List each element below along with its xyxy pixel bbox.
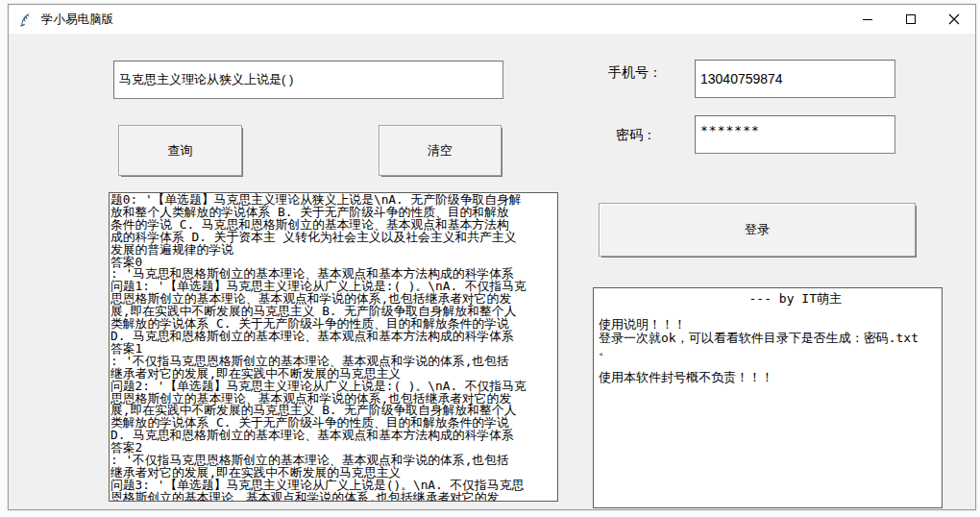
- results-textarea[interactable]: 题0: '【单选题】马克思主义理论从狭义上说是\nA. 无产阶级争取自身解 放和…: [109, 192, 558, 502]
- phone-label: 手机号：: [608, 64, 662, 82]
- client-area: 马克思主义理论从狭义上说是( ) 查询 清空 题0: '【单选题】马克思主义理论…: [9, 35, 975, 509]
- minimize-button[interactable]: [845, 5, 889, 34]
- login-button-label: 登录: [745, 221, 770, 238]
- tk-feather-icon: [19, 12, 33, 28]
- minimize-icon: [862, 13, 873, 25]
- phone-input[interactable]: 13040759874: [695, 60, 895, 98]
- app-window: 学小易电脑版 马克思主义理论从狭义上说是( ) 查询 清空: [8, 4, 976, 510]
- query-button[interactable]: 查询: [118, 125, 242, 176]
- phone-value: 13040759874: [700, 71, 783, 86]
- password-input[interactable]: *******: [695, 115, 895, 154]
- question-search-value: 马克思主义理论从狭义上说是( ): [119, 71, 293, 88]
- close-button[interactable]: [932, 5, 975, 34]
- password-label: 密码：: [616, 127, 656, 144]
- login-button[interactable]: 登录: [599, 203, 916, 257]
- maximize-icon: [905, 13, 917, 25]
- close-icon: [948, 13, 960, 25]
- question-search-input[interactable]: 马克思主义理论从狭义上说是( ): [113, 61, 503, 99]
- clear-button-label: 清空: [428, 142, 453, 160]
- password-masked-value: *******: [700, 123, 760, 137]
- maximize-button[interactable]: [889, 5, 932, 34]
- window-title: 学小易电脑版: [41, 12, 113, 28]
- usage-info-box: --- by IT萌主 使用说明！！！ 登录一次就ok，可以看看软件目录下是否生…: [593, 287, 943, 508]
- clear-button[interactable]: 清空: [379, 125, 502, 176]
- query-button-label: 查询: [168, 142, 193, 160]
- title-bar: 学小易电脑版: [9, 5, 975, 34]
